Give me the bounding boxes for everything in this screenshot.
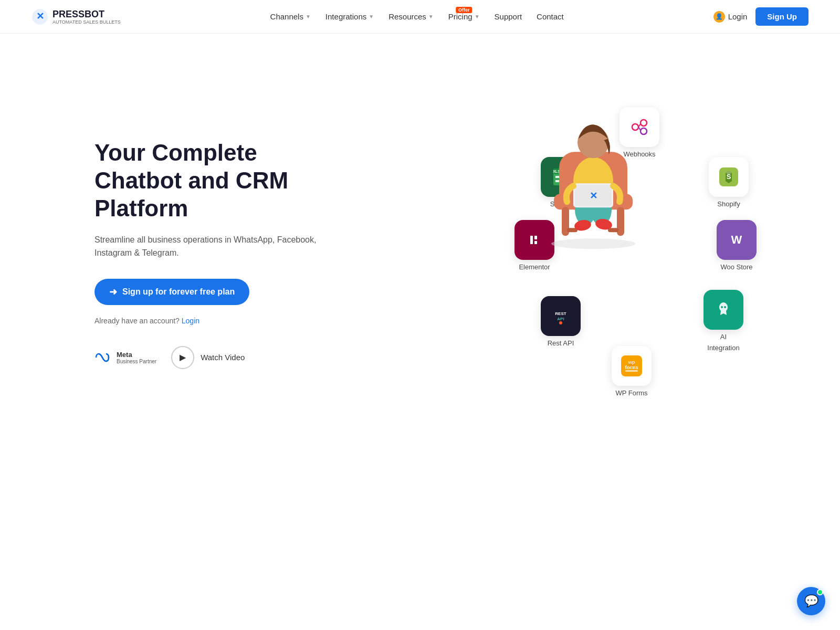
chevron-down-icon: ▼ <box>306 14 311 19</box>
hero-section: Your Complete Chatbot and CRM Platform S… <box>0 34 840 464</box>
wpforms-label: WP Forms <box>615 389 647 397</box>
ai-label: AI <box>720 333 727 341</box>
ai-icon-box <box>704 290 743 330</box>
free-plan-button[interactable]: ➜ Sign up for forever free plan <box>94 279 249 305</box>
chevron-down-icon: ▼ <box>428 14 434 19</box>
integrations-diagram: Webhooks XLS Sheets <box>514 107 808 401</box>
navigation: ✕ PRESSBOT AUTOMATED SALES BULLETS Chann… <box>0 0 840 34</box>
integration-shopify[interactable]: S Shopify <box>709 157 749 208</box>
svg-point-45 <box>559 321 562 324</box>
svg-point-53 <box>628 361 635 367</box>
svg-text:✕: ✕ <box>590 191 597 201</box>
svg-rect-52 <box>625 370 638 372</box>
nav-resources[interactable]: Resources ▼ <box>388 12 434 21</box>
nav-actions: 👤 Login Sign Up <box>713 7 808 26</box>
svg-point-48 <box>724 306 726 308</box>
chevron-down-icon: ▼ <box>475 14 480 19</box>
svg-text:W: W <box>731 233 742 246</box>
svg-point-47 <box>721 306 723 308</box>
login-note: Already have an account? Login <box>94 317 346 325</box>
svg-rect-30 <box>617 207 624 236</box>
svg-text:S: S <box>727 173 731 181</box>
integration-wpforms[interactable]: wp forms WP Forms <box>612 346 652 397</box>
meta-badge: Meta Business Partner <box>94 351 156 364</box>
woostore-label: Woo Store <box>720 263 752 271</box>
woostore-icon-box: W <box>717 220 757 260</box>
shopify-label: Shopify <box>717 200 740 208</box>
hero-illustration: ✕ <box>536 104 640 230</box>
login-button[interactable]: 👤 Login <box>713 11 748 23</box>
integration-restapi[interactable]: REST API Rest API <box>541 296 581 347</box>
login-link[interactable]: Login <box>182 317 200 325</box>
nav-support[interactable]: Support <box>495 12 522 21</box>
hero-content: Your Complete Chatbot and CRM Platform S… <box>94 139 346 369</box>
watch-video-label: Watch Video <box>201 353 245 362</box>
meta-logo-icon <box>94 352 113 363</box>
user-icon: 👤 <box>713 11 725 23</box>
offer-badge: Offer <box>456 7 472 13</box>
hero-bottom: Meta Business Partner ▶ Watch Video <box>94 346 346 369</box>
restapi-icon-box: REST API <box>541 296 581 336</box>
hero-subtitle: Streamline all business operations in Wh… <box>94 233 346 260</box>
svg-point-26 <box>551 238 635 249</box>
integration-ai[interactable]: AI Integration <box>704 290 743 352</box>
nav-integrations[interactable]: Integrations ▼ <box>326 12 374 21</box>
logo[interactable]: ✕ PRESSBOT AUTOMATED SALES BULLETS <box>32 8 121 25</box>
arrow-icon: ➜ <box>109 286 117 298</box>
wpforms-icon-box: wp forms <box>612 346 652 386</box>
signup-button[interactable]: Sign Up <box>755 7 808 26</box>
svg-text:✕: ✕ <box>36 11 44 22</box>
elementor-label: Elementor <box>519 263 550 271</box>
logo-subtitle: AUTOMATED SALES BULLETS <box>52 20 121 25</box>
nav-channels[interactable]: Channels ▼ <box>270 12 311 21</box>
restapi-label: Rest API <box>548 339 574 347</box>
nav-pricing[interactable]: Pricing ▼ <box>448 12 480 21</box>
logo-name: PRESSBOT <box>52 9 104 19</box>
ai-label2: Integration <box>707 344 739 352</box>
logo-icon: ✕ <box>32 8 48 25</box>
svg-rect-21 <box>530 236 533 244</box>
nav-contact[interactable]: Contact <box>537 12 564 21</box>
nav-pricing-wrapper: Offer Pricing ▼ <box>448 12 480 21</box>
meta-name: Meta <box>117 351 156 359</box>
play-icon: ▶ <box>171 346 194 369</box>
meta-sub: Business Partner <box>117 359 156 364</box>
shopify-icon-box: S <box>709 157 749 197</box>
chevron-down-icon: ▼ <box>369 14 374 19</box>
watch-video-button[interactable]: ▶ Watch Video <box>171 346 245 369</box>
nav-links: Channels ▼ Integrations ▼ Resources ▼ Of… <box>270 12 564 21</box>
hero-title: Your Complete Chatbot and CRM Platform <box>94 139 346 222</box>
svg-text:API: API <box>557 317 564 321</box>
svg-text:REST: REST <box>555 311 566 316</box>
integration-woostore[interactable]: W Woo Store <box>717 220 757 271</box>
